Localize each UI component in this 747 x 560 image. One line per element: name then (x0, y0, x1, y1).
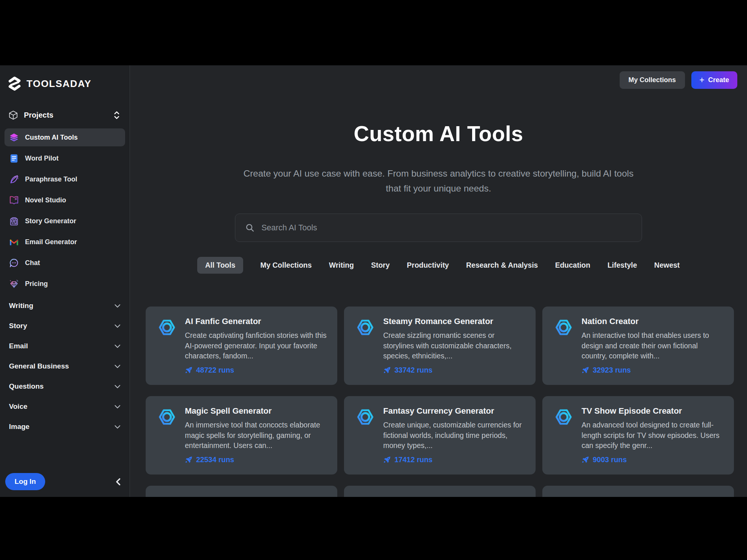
tool-card-fantasy-currency-generator[interactable]: Fantasy Currency Generator Create unique… (344, 396, 536, 475)
sidebar-item-email-generator[interactable]: Email Generator (4, 233, 125, 251)
tool-runs-label: 33742 runs (394, 366, 433, 374)
toolsaday-logo-icon (7, 77, 22, 91)
sidebar-item-label: Custom AI Tools (25, 134, 78, 141)
tool-card-body: Steamy Romance Generator Create sizzling… (383, 317, 525, 375)
rocket-icon (185, 456, 193, 464)
category-label: Writing (9, 302, 33, 310)
category-label: General Business (9, 362, 69, 370)
gmail-icon (9, 237, 19, 247)
tab-lifestyle[interactable]: Lifestyle (607, 257, 637, 274)
projects-label: Projects (24, 111, 108, 119)
sidebar-categories: Writing Story Email General Business Que… (0, 296, 130, 437)
category-questions[interactable]: Questions (4, 376, 125, 396)
create-button-label: Create (708, 76, 729, 84)
tool-title: Nation Creator (582, 317, 723, 326)
tab-my-collections[interactable]: My Collections (260, 257, 312, 274)
tool-runs: 48722 runs (185, 366, 327, 374)
page-title: Custom AI Tools (130, 121, 747, 146)
tool-card-partial[interactable] (344, 486, 536, 497)
tool-title: Fantasy Currency Generator (383, 406, 525, 416)
category-story[interactable]: Story (4, 316, 125, 336)
tool-title: Magic Spell Generator (185, 406, 327, 416)
tool-card-body: AI Fanfic Generator Create captivating f… (185, 317, 327, 375)
sidebar-item-pricing[interactable]: Pricing (4, 275, 125, 293)
login-button[interactable]: Log In (5, 473, 45, 490)
hexagon-tool-icon (156, 406, 178, 428)
category-label: Questions (9, 382, 44, 391)
category-label: Image (9, 423, 30, 431)
projects-selector[interactable]: Projects (8, 110, 120, 120)
category-voice[interactable]: Voice (4, 396, 125, 417)
collapse-sidebar-icon[interactable] (116, 478, 121, 486)
chevron-down-icon (114, 425, 121, 429)
sidebar-item-word-pilot[interactable]: Word Pilot (4, 149, 125, 167)
filter-tabs: All Tools My Collections Writing Story P… (130, 257, 747, 274)
tab-education[interactable]: Education (555, 257, 590, 274)
tool-card-partial[interactable] (542, 486, 734, 497)
sidebar-item-label: Email Generator (25, 238, 77, 246)
category-image[interactable]: Image (4, 417, 125, 437)
category-writing[interactable]: Writing (4, 296, 125, 316)
hexagon-tool-icon (354, 317, 376, 338)
sidebar-item-novel-studio[interactable]: Novel Studio (4, 191, 125, 209)
sidebar-item-label: Paraphrase Tool (25, 175, 77, 183)
tab-all-tools[interactable]: All Tools (197, 257, 243, 274)
my-collections-button[interactable]: My Collections (620, 71, 685, 89)
brand-name: TOOLSADAY (27, 78, 92, 90)
sidebar-item-label: Story Generator (25, 217, 76, 225)
rocket-icon (383, 456, 391, 464)
tab-writing[interactable]: Writing (329, 257, 354, 274)
category-email[interactable]: Email (4, 336, 125, 356)
tab-story[interactable]: Story (371, 257, 390, 274)
sidebar-item-label: Word Pilot (25, 155, 59, 162)
rocket-icon (383, 366, 391, 374)
sidebar-item-story-generator[interactable]: Story Generator (4, 212, 125, 230)
tool-description: Create sizzling romantic scenes or story… (383, 330, 525, 361)
tool-card-ai-fanfic-generator[interactable]: AI Fanfic Generator Create captivating f… (146, 307, 337, 385)
tool-description: Create captivating fanfiction stories wi… (185, 330, 327, 361)
tool-title: Steamy Romance Generator (383, 317, 525, 326)
rocket-icon (582, 366, 589, 374)
main-content: My Collections + Create Custom AI Tools … (130, 65, 747, 497)
brand-logo[interactable]: TOOLSADAY (0, 65, 130, 91)
tool-card-partial[interactable] (146, 486, 337, 497)
tool-runs: 17412 runs (383, 455, 525, 464)
document-icon (9, 153, 19, 164)
tool-description: Create unique, customizable currencies f… (383, 420, 525, 451)
tool-title: AI Fanfic Generator (185, 317, 327, 326)
tab-productivity[interactable]: Productivity (407, 257, 449, 274)
tool-runs: 22534 runs (185, 455, 327, 464)
sidebar-item-paraphrase-tool[interactable]: Paraphrase Tool (4, 170, 125, 188)
search-icon (245, 223, 255, 233)
tool-card-nation-creator[interactable]: Nation Creator An interactive tool that … (542, 307, 734, 385)
sidebar-footer: Log In (5, 473, 121, 490)
category-general-business[interactable]: General Business (4, 356, 125, 376)
unfold-icon (114, 111, 120, 120)
layers-icon (9, 133, 19, 143)
tab-newest[interactable]: Newest (654, 257, 680, 274)
plus-icon: + (700, 76, 704, 84)
chevron-down-icon (114, 324, 121, 328)
tool-card-tv-show-episode-creator[interactable]: TV Show Episode Creator An advanced tool… (542, 396, 734, 475)
hexagon-tool-icon (553, 406, 574, 428)
chevron-down-icon (114, 364, 121, 368)
chevron-down-icon (114, 344, 121, 348)
create-button[interactable]: + Create (691, 71, 737, 89)
rocket-icon (185, 366, 193, 374)
category-label: Email (9, 342, 28, 350)
chevron-down-icon (114, 304, 121, 308)
screen: { "brand": { "name": "TOOLSADAY" }, "sid… (0, 0, 747, 560)
story-machine-icon (9, 216, 19, 226)
tool-description: An advanced tool designed to create full… (582, 420, 723, 451)
rocket-icon (582, 456, 589, 464)
tool-card-magic-spell-generator[interactable]: Magic Spell Generator An immersive tool … (146, 396, 337, 475)
sidebar-item-custom-ai-tools[interactable]: Custom AI Tools (4, 128, 125, 146)
tool-card-steamy-romance-generator[interactable]: Steamy Romance Generator Create sizzling… (344, 307, 536, 385)
sidebar-item-chat[interactable]: Chat (4, 254, 125, 272)
tab-research-analysis[interactable]: Research & Analysis (466, 257, 538, 274)
gem-icon (9, 279, 19, 289)
tool-runs: 33742 runs (383, 366, 525, 374)
tool-runs-label: 22534 runs (196, 455, 234, 464)
search-input[interactable] (261, 223, 632, 233)
tool-runs-label: 48722 runs (196, 366, 234, 374)
